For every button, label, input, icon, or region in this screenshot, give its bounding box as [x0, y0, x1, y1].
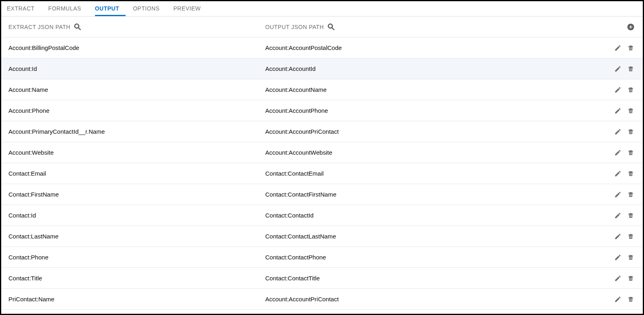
output-path-value: Account:AccountPhone [265, 107, 328, 114]
pencil-icon[interactable] [613, 127, 623, 137]
mapping-row: Contact:Email Contact:ContactEmail [1, 163, 643, 184]
tab-options[interactable]: OPTIONS [133, 1, 166, 16]
pencil-icon[interactable] [613, 106, 623, 116]
output-path-cell: Account:AccountId [265, 65, 613, 72]
pencil-icon[interactable] [613, 148, 623, 158]
output-path-label: OUTPUT JSON PATH [265, 24, 324, 30]
extract-path-value: Account:Website [8, 149, 54, 156]
output-path-cell: Account:AccountPostalCode [265, 44, 613, 51]
extract-path-cell: Account:Id [8, 65, 265, 72]
mapping-row: Account:Phone Account:AccountPhone [1, 100, 643, 121]
pencil-icon[interactable] [613, 64, 623, 74]
output-path-value: Account:AccountPostalCode [265, 44, 342, 51]
search-icon[interactable] [73, 22, 83, 32]
header-actions [626, 22, 636, 32]
trash-icon[interactable] [626, 211, 636, 220]
mapping-row: Contact:Title Contact:ContactTitle [1, 268, 643, 289]
pencil-icon[interactable] [613, 85, 623, 95]
trash-icon[interactable] [626, 253, 636, 262]
extract-path-value: Contact:Phone [8, 254, 48, 261]
pencil-icon[interactable] [613, 43, 623, 53]
mapping-row: Account:Id Account:AccountId [1, 58, 643, 79]
pencil-icon[interactable] [613, 169, 623, 178]
extract-path-cell: Account:Website [8, 149, 265, 156]
tab-preview[interactable]: PREVIEW [173, 1, 207, 16]
extract-path-cell: Contact:Title [8, 275, 265, 282]
extract-path-cell: Contact:LastName [8, 233, 265, 240]
mapping-row: Account:Name Account:AccountName [1, 79, 643, 100]
extract-path-value: Contact:FirstName [8, 191, 59, 198]
extract-path-cell: PriContact:Name [8, 296, 265, 303]
row-actions [613, 274, 636, 283]
trash-icon[interactable] [626, 232, 636, 241]
mapping-row: Contact:Id Contact:ContactId [1, 205, 643, 226]
output-path-cell: Contact:ContactFirstName [265, 191, 613, 198]
extract-path-value: Contact:Email [8, 170, 46, 177]
column-header-row: EXTRACT JSON PATH OUTPUT JSON PATH [1, 17, 643, 37]
output-path-value: Contact:ContactTitle [265, 275, 320, 282]
row-actions [613, 190, 636, 199]
trash-icon[interactable] [626, 274, 636, 283]
extract-path-value: Contact:LastName [8, 233, 58, 240]
output-path-cell: Account:AccountPriContact [265, 296, 613, 303]
search-icon[interactable] [326, 22, 336, 32]
mapping-row: Account:BillingPostalCode Account:Accoun… [1, 37, 643, 58]
extract-path-value: Account:Name [8, 86, 48, 93]
trash-icon[interactable] [626, 190, 636, 199]
tab-output[interactable]: OUTPUT [95, 1, 126, 16]
pencil-icon[interactable] [613, 211, 623, 220]
row-actions [613, 253, 636, 262]
trash-icon[interactable] [626, 169, 636, 178]
row-actions [613, 64, 636, 74]
trash-icon[interactable] [626, 64, 636, 74]
output-path-value: Account:AccountName [265, 86, 327, 93]
extract-path-cell: Account:Name [8, 86, 265, 93]
pencil-icon[interactable] [613, 232, 623, 241]
output-path-cell: Contact:ContactId [265, 212, 613, 219]
output-path-value: Account:AccountWebsite [265, 149, 332, 156]
output-path-cell: Account:AccountPhone [265, 107, 613, 114]
output-path-value: Contact:ContactPhone [265, 254, 326, 261]
pencil-icon[interactable] [613, 253, 623, 262]
output-path-value: Account:AccountPriContact [265, 296, 339, 303]
tab-formulas[interactable]: FORMULAS [48, 1, 88, 16]
row-actions [613, 127, 636, 137]
trash-icon[interactable] [626, 127, 636, 137]
pencil-icon[interactable] [613, 190, 623, 199]
extract-path-value: Account:BillingPostalCode [8, 44, 79, 51]
row-actions [613, 169, 636, 178]
add-icon[interactable] [626, 22, 636, 32]
output-path-cell: Contact:ContactPhone [265, 254, 613, 261]
pencil-icon[interactable] [613, 274, 623, 283]
row-actions [613, 148, 636, 158]
mapping-row: Contact:LastName Contact:ContactLastName [1, 226, 643, 247]
extract-path-label: EXTRACT JSON PATH [8, 24, 70, 30]
output-path-cell: Contact:ContactTitle [265, 275, 613, 282]
extract-path-value: Contact:Id [8, 212, 36, 219]
output-path-value: Contact:ContactId [265, 212, 314, 219]
output-path-value: Account:AccountPriContact [265, 128, 339, 135]
output-path-cell: Contact:ContactLastName [265, 233, 613, 240]
output-path-value: Contact:ContactLastName [265, 233, 336, 240]
trash-icon[interactable] [626, 106, 636, 116]
row-actions [613, 294, 636, 304]
mapping-rows: Account:BillingPostalCode Account:Accoun… [1, 37, 643, 310]
tab-extract[interactable]: EXTRACT [7, 1, 41, 16]
trash-icon[interactable] [626, 43, 636, 53]
extract-path-value: Account:PrimaryContactId__r.Name [8, 128, 105, 135]
trash-icon[interactable] [626, 294, 636, 304]
extract-path-cell: Contact:Phone [8, 254, 265, 261]
trash-icon[interactable] [626, 85, 636, 95]
mapping-row: Account:PrimaryContactId__r.Name Account… [1, 121, 643, 142]
output-path-header: OUTPUT JSON PATH [265, 22, 626, 32]
row-actions [613, 232, 636, 241]
extract-path-value: Contact:Title [8, 275, 42, 282]
tabs-bar: EXTRACT FORMULAS OUTPUT OPTIONS PREVIEW [1, 1, 643, 17]
extract-path-cell: Contact:Id [8, 212, 265, 219]
extract-path-cell: Account:BillingPostalCode [8, 44, 265, 51]
pencil-icon[interactable] [613, 294, 623, 304]
row-actions [613, 85, 636, 95]
output-path-value: Account:AccountId [265, 65, 316, 72]
trash-icon[interactable] [626, 148, 636, 158]
extract-path-cell: Account:PrimaryContactId__r.Name [8, 128, 265, 135]
